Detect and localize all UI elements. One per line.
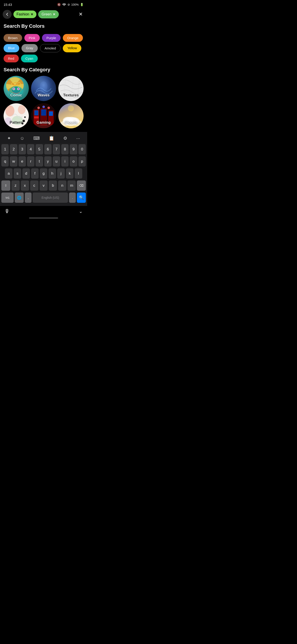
svg-rect-23: [34, 116, 38, 118]
kb-comma-key[interactable]: ,: [25, 192, 31, 203]
color-chip-amoled[interactable]: Amoled: [40, 44, 61, 52]
kb-key-q[interactable]: q: [1, 156, 9, 166]
category-gaming[interactable]: Gaming: [31, 103, 56, 128]
green-remove[interactable]: ✕: [53, 12, 55, 16]
color-chip-purple[interactable]: Purple: [42, 34, 60, 42]
home-bar: [29, 218, 58, 218]
kb-sym-key[interactable]: !#1: [1, 192, 14, 203]
kb-key-4[interactable]: 4: [27, 144, 34, 154]
kb-sparkle-btn[interactable]: ✦: [6, 134, 12, 142]
fashion-tag[interactable]: Fashion ✕: [13, 10, 36, 18]
kb-key-7[interactable]: 7: [53, 144, 60, 154]
kb-settings-btn[interactable]: ⚙: [62, 134, 68, 142]
color-chip-brown[interactable]: Brown: [3, 34, 22, 42]
kb-key-a[interactable]: a: [5, 168, 12, 179]
color-chip-red[interactable]: Red: [3, 54, 19, 62]
kb-globe-key[interactable]: 🌐: [15, 192, 24, 203]
kb-key-v[interactable]: v: [39, 180, 48, 191]
textures-bg: Textures: [58, 76, 84, 101]
color-chip-yellow[interactable]: Yellow: [63, 44, 81, 52]
kb-shift-key[interactable]: ⇧: [1, 180, 10, 191]
svg-point-10: [40, 82, 47, 92]
textures-label: Textures: [63, 93, 79, 98]
kb-key-u[interactable]: u: [53, 156, 60, 166]
kb-key-j[interactable]: j: [57, 168, 65, 179]
gaming-label: Gaming: [36, 120, 50, 125]
battery-icon: 🔋: [80, 3, 84, 6]
kb-key-l[interactable]: l: [75, 168, 82, 179]
kb-key-n[interactable]: n: [58, 180, 66, 191]
kb-key-5[interactable]: 5: [35, 144, 43, 154]
fashion-remove[interactable]: ✕: [31, 12, 33, 16]
color-chip-orange[interactable]: Orange: [63, 34, 83, 42]
kb-key-t[interactable]: t: [35, 156, 43, 166]
keyboard-toolbar: ✦ ☺ ⌨ 📋 ⚙ ···: [1, 133, 86, 144]
svg-point-8: [14, 83, 18, 85]
dnd-icon: ⊘: [67, 3, 70, 6]
kb-key-0[interactable]: 0: [78, 144, 86, 154]
fashion-label: Fashion: [16, 12, 29, 16]
kb-key-p[interactable]: p: [78, 156, 86, 166]
kb-key-6[interactable]: 6: [44, 144, 52, 154]
waves-bg: Waves: [31, 76, 56, 101]
kb-key-g[interactable]: g: [40, 168, 47, 179]
back-button[interactable]: [3, 10, 12, 19]
kb-space-key[interactable]: English (US): [33, 192, 68, 203]
kb-key-1[interactable]: 1: [1, 144, 9, 154]
kb-key-8[interactable]: 8: [61, 144, 69, 154]
pattern-bg: Pattern: [3, 103, 29, 128]
category-waves[interactable]: Waves: [31, 76, 56, 101]
kb-backspace-key[interactable]: ⌫: [77, 180, 86, 191]
kb-key-f[interactable]: f: [31, 168, 39, 179]
kb-sticker-btn[interactable]: ⌨: [32, 134, 41, 142]
kb-key-w[interactable]: w: [10, 156, 17, 166]
kb-key-z[interactable]: z: [11, 180, 20, 191]
kb-key-r[interactable]: r: [27, 156, 34, 166]
kb-search-key[interactable]: 🔍: [77, 192, 86, 203]
kb-key-x[interactable]: x: [21, 180, 29, 191]
category-pattern[interactable]: Pattern: [3, 103, 29, 128]
kb-number-row: 1 2 3 4 5 6 7 8 9 0: [1, 144, 86, 154]
kb-key-d[interactable]: d: [22, 168, 30, 179]
kb-period-key[interactable]: .: [69, 192, 76, 203]
kb-key-h[interactable]: h: [48, 168, 56, 179]
svg-point-30: [42, 106, 45, 108]
kb-key-9[interactable]: 9: [70, 144, 77, 154]
svg-rect-22: [34, 110, 38, 116]
clouds-bg: Clouds: [58, 103, 84, 128]
category-comic[interactable]: Comic: [3, 76, 29, 101]
kb-emoji-btn[interactable]: ☺: [19, 135, 25, 142]
bottom-bar: 🎙 ⌄: [0, 206, 87, 215]
clouds-label: Clouds: [65, 120, 77, 125]
kb-key-s[interactable]: s: [14, 168, 21, 179]
color-chip-cyan[interactable]: Cyan: [21, 54, 38, 62]
green-tag[interactable]: Green ✕: [38, 10, 59, 18]
category-clouds[interactable]: Clouds: [58, 103, 84, 128]
color-chip-blue[interactable]: Blue: [3, 44, 19, 52]
keyboard: ✦ ☺ ⌨ 📋 ⚙ ··· 1 2 3 4 5 6 7 8 9 0 q w e …: [0, 132, 87, 206]
svg-rect-25: [41, 109, 46, 116]
kb-key-k[interactable]: k: [66, 168, 73, 179]
kb-key-b[interactable]: b: [49, 180, 57, 191]
kb-key-o[interactable]: o: [70, 156, 77, 166]
kb-key-3[interactable]: 3: [18, 144, 26, 154]
kb-key-i[interactable]: i: [61, 156, 69, 166]
category-textures[interactable]: Textures: [58, 76, 84, 101]
kb-more-btn[interactable]: ···: [75, 135, 81, 142]
color-chip-gray[interactable]: Gray: [21, 44, 38, 52]
kb-key-y[interactable]: y: [44, 156, 52, 166]
chevron-down-icon[interactable]: ⌄: [79, 209, 83, 214]
mic-icon[interactable]: 🎙: [4, 208, 10, 214]
kb-qwerty-row: q w e r t y u i o p: [1, 156, 86, 166]
kb-clipboard-btn[interactable]: 📋: [48, 134, 55, 142]
kb-key-c[interactable]: c: [30, 180, 38, 191]
close-button[interactable]: ✕: [77, 10, 84, 18]
search-by-colors-title: Search By Colors: [3, 23, 84, 29]
svg-point-4: [13, 88, 15, 90]
kb-key-m[interactable]: m: [67, 180, 76, 191]
category-grid: Comic Waves: [3, 76, 84, 128]
color-chip-pink[interactable]: Pink: [24, 34, 40, 42]
status-icons: 🔇 ⊘ 100% 🔋: [57, 3, 84, 6]
kb-key-e[interactable]: e: [18, 156, 26, 166]
kb-key-2[interactable]: 2: [10, 144, 17, 154]
